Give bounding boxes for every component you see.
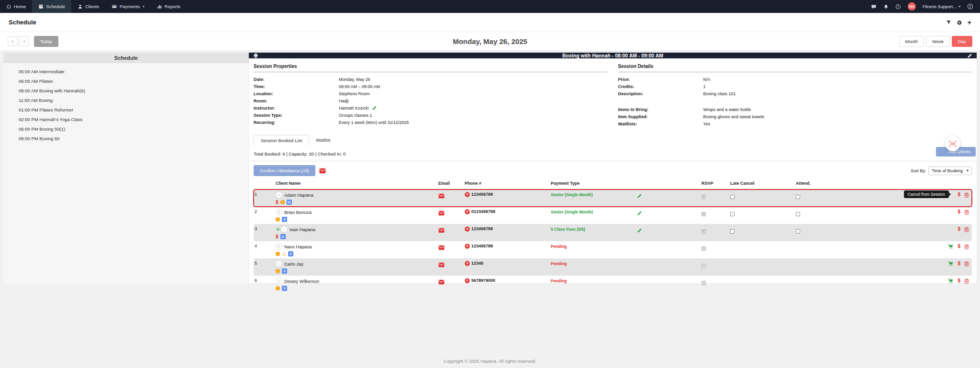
chevron-down-icon: ▾ [967,168,969,173]
attend-checkbox[interactable] [796,195,800,199]
today-button[interactable]: Today [34,36,58,47]
cancel-tooltip: Cancel from Session [904,190,949,198]
print-icon[interactable] [253,53,258,58]
payment-due-icon: $ [276,200,278,205]
bell-icon[interactable] [883,4,889,10]
edit-session-icon[interactable] [967,53,972,58]
client-row[interactable]: 2BBrian Benoza!00123456789Senior (Single… [254,207,972,224]
schedule-list-item[interactable]: 06:00 PM Boxing 50(1) [3,124,249,134]
nav-item-schedule[interactable]: Schedule [32,0,71,13]
barcode-scan-icon[interactable] [945,136,960,151]
details-rows: Price:N/ACredits:1Description:Boxing cla… [618,76,972,127]
pencil-icon[interactable] [637,193,642,199]
late-cancel-checkbox[interactable] [730,212,735,216]
count-badge: 0 [282,217,287,222]
user-menu[interactable]: Fitness Support...▾ [923,4,960,9]
gear-icon[interactable] [957,20,962,25]
nav-item-reports[interactable]: Reports [151,0,187,13]
client-row[interactable]: 1AAdam Hapana$!11123456789Senior (Single… [254,190,972,207]
remove-client-icon[interactable] [964,192,969,198]
sort-select[interactable]: Time of Booking▾ [928,167,972,175]
prop-row: Location:Stephens Room [254,90,608,97]
email-client-icon[interactable] [438,279,445,285]
charge-icon[interactable]: $ [958,278,960,283]
schedule-list-item[interactable]: 02:00 PM Hannah's Yoga Class [3,115,249,124]
prop-value: Yes [703,122,711,126]
charge-icon[interactable]: $ [958,261,960,266]
nav-item-home[interactable]: Home [0,0,32,13]
remove-client-icon[interactable] [964,244,969,249]
clock-icon[interactable] [895,4,901,10]
prop-row: Date:Monday, May 26 [254,76,608,83]
remove-client-icon[interactable] [964,261,969,267]
confirm-attendance-button[interactable]: Confirm Attendance (All) [254,165,315,176]
prop-value: Wraps and a water bottle [703,107,751,112]
remove-client-icon[interactable] [964,226,969,232]
client-row[interactable]: 4NNavs Hapana!⚠0123456789Pending$ [254,241,972,258]
client-avatar: D [276,278,282,284]
charge-icon[interactable]: $ [958,209,960,214]
email-client-icon[interactable] [438,245,445,250]
schedule-list-item[interactable]: 06:00 AM Pilates [3,77,249,86]
alert-icon: ! [280,200,285,204]
attend-checkbox[interactable] [796,212,800,216]
schedule-list-item[interactable]: 08:00 PM Boxing 50 [3,134,249,144]
footer-copyright: Copyright © 2025 Hapana. All rights rese… [0,358,980,364]
schedule-list-item[interactable]: 05:00 AM Intermediate [3,67,249,77]
chat-icon[interactable] [871,4,877,10]
prop-label: Price: [618,77,703,82]
page-title: Schedule [9,19,36,26]
charge-icon[interactable]: $ [958,192,960,197]
session-title: Boxing with Hannah - 08:00 AM - 09:00 AM [258,53,967,58]
prop-value: Every 1 week (Mon) until 31/12/2025 [339,120,409,125]
pencil-icon[interactable] [637,211,642,216]
client-row[interactable]: 3✳IIvan Hapana$31234567895 Class Pass (5… [254,224,972,241]
client-row[interactable]: 6DDewey Wilkerson!05678979000Pending$ [254,276,972,293]
remove-client-icon[interactable] [964,209,969,215]
late-cancel-checkbox[interactable] [730,229,735,234]
nav-item-clients[interactable]: Clients [71,0,105,13]
email-client-icon[interactable] [438,228,445,233]
email-client-icon[interactable] [438,211,445,216]
phone-icon [465,192,470,197]
schedule-list-item[interactable]: 01:00 PM Pilates Reformer [3,105,249,115]
add-icon[interactable]: + [968,19,971,26]
prev-button[interactable]: ‹ [8,36,18,46]
email-client-icon[interactable] [438,262,445,268]
view-button-day[interactable]: Day [952,36,972,47]
charge-icon[interactable]: $ [958,244,960,249]
purchase-cart-icon[interactable] [947,244,954,249]
view-button-month[interactable]: Month [899,36,924,47]
rsvp-checkbox [702,229,706,234]
attend-checkbox[interactable] [796,229,800,234]
pencil-icon[interactable] [637,228,642,233]
purchase-cart-icon[interactable] [947,278,954,284]
filter-icon[interactable] [946,20,951,25]
email-all-icon[interactable] [319,168,326,174]
client-avatar: N [276,243,282,250]
col-late-cancel: Late Cancel [730,181,796,188]
late-cancel-checkbox[interactable] [730,195,735,199]
prop-value: 08:00 AM – 09:00 AM [339,84,380,89]
pencil-icon[interactable] [372,105,377,111]
tab-session-booked-list[interactable]: Session Booked List [254,135,309,146]
nav-item-payments[interactable]: Payments▾ [105,0,151,13]
email-client-icon[interactable] [438,193,445,199]
next-button[interactable]: › [19,36,29,46]
view-button-week[interactable]: Week [926,36,950,47]
schedule-list-item[interactable]: 11:00 AM Boxing [3,96,249,105]
remove-client-icon[interactable] [964,278,969,284]
client-badges: !⚠0 [276,251,438,256]
user-avatar[interactable]: Hm [908,2,916,11]
schedule-list-item[interactable]: 08:00 AM Boxing with Hannah(6) [3,86,249,96]
prop-value: Hannah Kozicki [339,105,377,111]
nav-item-label: Clients [85,4,99,9]
client-row[interactable]: 5CCarlo Jay!012345Pending$ [254,258,972,276]
charge-icon[interactable]: $ [958,226,960,232]
purchase-cart-icon[interactable] [947,261,954,267]
payment-type: Senior (Single Month) [551,190,637,207]
tab-waitlist[interactable]: Waitlist [309,135,337,146]
prop-label: Time: [254,84,339,89]
phone-icon [465,226,470,232]
logout-icon[interactable] [967,3,973,10]
